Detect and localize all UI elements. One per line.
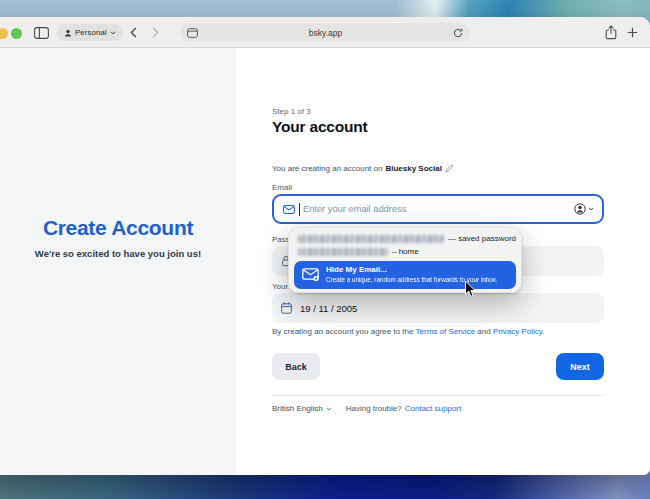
form-footer: British English Having trouble? Contact … bbox=[272, 404, 461, 413]
autofill-button[interactable] bbox=[574, 203, 594, 215]
page-subtitle: We're so excited to have you join us! bbox=[0, 248, 236, 259]
page-title: Create Account bbox=[0, 216, 236, 240]
trouble-text: Having trouble? bbox=[346, 404, 402, 413]
reload-icon[interactable] bbox=[453, 28, 463, 38]
profile-label: Personal bbox=[75, 28, 107, 37]
language-label: British English bbox=[272, 404, 323, 413]
profile-switcher-button[interactable]: Personal bbox=[57, 24, 123, 41]
minimize-window-button[interactable] bbox=[0, 28, 8, 39]
suggestion-suffix: — saved password bbox=[448, 234, 516, 243]
calendar-icon bbox=[281, 302, 292, 314]
chevron-down-icon bbox=[588, 207, 594, 211]
zoom-window-button[interactable] bbox=[11, 28, 22, 39]
step-indicator: Step 1 of 3 bbox=[272, 107, 311, 116]
next-button[interactable]: Next bbox=[556, 353, 604, 380]
privacy-policy-link[interactable]: Privacy Policy. bbox=[493, 327, 544, 336]
autofill-dropdown: — saved password – home Hide My Email...… bbox=[288, 227, 522, 293]
chevron-down-icon bbox=[110, 31, 116, 35]
form-title: Your account bbox=[272, 118, 368, 136]
sidebar-toggle-button[interactable] bbox=[32, 25, 50, 40]
url-text: bsky.app bbox=[198, 28, 453, 38]
redacted-email bbox=[298, 235, 444, 243]
terms-prefix: By creating an account you agree to the bbox=[272, 327, 413, 336]
language-selector[interactable]: British English bbox=[272, 404, 332, 413]
page-content: Create Account We're so excited to have … bbox=[0, 48, 650, 475]
new-tab-button[interactable] bbox=[626, 26, 639, 39]
saved-address-suggestion[interactable]: – home bbox=[298, 246, 419, 257]
back-button[interactable] bbox=[127, 26, 140, 39]
person-icon bbox=[64, 29, 72, 37]
share-button[interactable] bbox=[604, 25, 617, 40]
hide-my-email-option[interactable]: Hide My Email... Create a unique, random… bbox=[294, 261, 516, 289]
address-bar[interactable]: bsky.app bbox=[180, 23, 470, 42]
terms-of-service-link[interactable]: Terms of Service bbox=[416, 327, 476, 336]
mail-icon bbox=[283, 205, 295, 214]
suggestion-suffix: – home bbox=[392, 247, 419, 256]
browser-toolbar: Personal bbox=[0, 17, 650, 48]
edit-pencil-icon[interactable] bbox=[445, 164, 454, 173]
hosting-provider-prefix: You are creating an account on bbox=[272, 164, 382, 173]
email-input[interactable] bbox=[300, 204, 574, 214]
page-menu-icon[interactable] bbox=[187, 28, 198, 38]
back-button-form[interactable]: Back bbox=[272, 353, 320, 380]
email-label: Email bbox=[272, 183, 292, 192]
email-input-wrapper bbox=[272, 194, 604, 224]
share-icon bbox=[605, 25, 617, 40]
chevron-left-icon bbox=[130, 27, 137, 38]
terms-conjunction: and bbox=[477, 327, 490, 336]
terms-text: By creating an account you agree to the … bbox=[272, 327, 612, 336]
desktop: Personal bbox=[0, 0, 650, 499]
sidebar-icon bbox=[34, 27, 49, 39]
mouse-cursor bbox=[464, 280, 476, 298]
signup-left-panel: Create Account We're so excited to have … bbox=[0, 48, 236, 475]
hide-my-email-icon bbox=[302, 268, 320, 282]
autofill-contact-icon bbox=[574, 203, 586, 215]
footer-divider bbox=[272, 395, 604, 396]
forward-button[interactable] bbox=[149, 26, 162, 39]
chevron-down-icon bbox=[326, 407, 332, 411]
birthdate-value: 19 / 11 / 2005 bbox=[300, 303, 357, 314]
safari-window: Personal bbox=[0, 17, 650, 475]
chevron-right-icon bbox=[152, 27, 159, 38]
hosting-provider-line: You are creating an account on Bluesky S… bbox=[272, 164, 454, 173]
hosting-provider-name: Bluesky Social bbox=[385, 164, 441, 173]
redacted-email bbox=[298, 248, 388, 256]
saved-password-suggestion[interactable]: — saved password bbox=[298, 233, 516, 244]
hide-my-email-title: Hide My Email... bbox=[326, 265, 387, 274]
contact-support-link[interactable]: Contact support bbox=[405, 404, 461, 413]
birthdate-input[interactable]: 19 / 11 / 2005 bbox=[272, 293, 604, 323]
plus-icon bbox=[627, 27, 638, 38]
